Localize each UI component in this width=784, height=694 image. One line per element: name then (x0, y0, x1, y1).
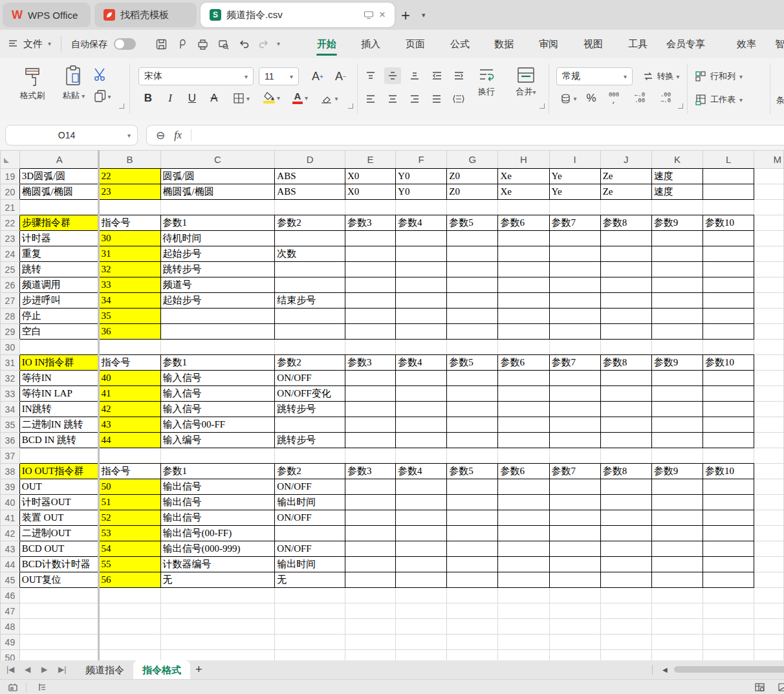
cell-M24[interactable] (754, 246, 784, 262)
cell-L22[interactable]: 参数10 (703, 215, 754, 231)
cell-I26[interactable] (549, 277, 600, 293)
cell-F26[interactable] (396, 277, 447, 293)
align-middle-icon[interactable] (384, 67, 401, 84)
cell-F34[interactable] (396, 402, 447, 417)
cell-E45[interactable] (345, 572, 395, 588)
cell-H48[interactable] (498, 619, 549, 634)
cell-G41[interactable] (447, 510, 498, 526)
cell-G21[interactable] (447, 200, 498, 215)
cell-E47[interactable] (345, 603, 395, 619)
menu-view[interactable]: 视图 (583, 30, 603, 58)
cell-L30[interactable] (703, 340, 754, 355)
cell-D47[interactable] (275, 603, 345, 619)
cell-K44[interactable] (651, 557, 702, 572)
sheet-table[interactable]: ABCDEFGHIJKLM 193D圆弧/圆22圆弧/圆ABSX0Y0Z0XeY… (0, 150, 784, 660)
cell-L41[interactable] (703, 510, 754, 526)
cell-J30[interactable] (600, 340, 651, 355)
cell-J43[interactable] (600, 541, 651, 557)
cell-G20[interactable]: Z0 (447, 184, 498, 200)
cell-J44[interactable] (600, 557, 651, 572)
cell-L27[interactable] (703, 293, 754, 309)
row-header-35[interactable]: 35 (1, 417, 20, 433)
menu-home[interactable]: 开始 (317, 30, 336, 58)
row-header-33[interactable]: 33 (1, 386, 20, 402)
cell-M27[interactable] (754, 293, 784, 309)
cell-C41[interactable]: 输出信号 (160, 510, 275, 526)
cell-F40[interactable] (396, 495, 447, 510)
cell-B23[interactable]: 30 (99, 231, 160, 246)
cell-J22[interactable]: 参数8 (600, 215, 651, 231)
cell-C30[interactable] (160, 340, 275, 355)
undo-icon[interactable] (238, 38, 251, 51)
add-sheet-icon[interactable]: + (195, 660, 202, 679)
cell-F20[interactable]: Y0 (396, 184, 447, 200)
cell-H44[interactable] (498, 557, 549, 572)
normal-view-icon[interactable] (754, 682, 765, 692)
cell-A47[interactable] (19, 603, 99, 619)
row-header-26[interactable]: 26 (1, 277, 20, 293)
cell-B26[interactable]: 33 (99, 277, 160, 293)
quick-access-chevron-icon[interactable]: ▾ (277, 30, 280, 58)
row-header-27[interactable]: 27 (1, 293, 20, 309)
cell-L23[interactable] (703, 231, 754, 246)
row-header-37[interactable]: 37 (1, 448, 20, 464)
cell-D39[interactable]: ON/OFF (275, 479, 345, 495)
cell-B29[interactable]: 36 (99, 324, 160, 340)
cell-B43[interactable]: 54 (99, 541, 160, 557)
increase-indent-icon[interactable] (450, 67, 467, 84)
cell-C26[interactable]: 频道号 (160, 277, 275, 293)
cell-C24[interactable]: 起始步号 (160, 246, 275, 262)
cell-L29[interactable] (703, 324, 754, 340)
cell-J47[interactable] (600, 603, 651, 619)
cell-D48[interactable] (275, 619, 345, 634)
column-header-E[interactable]: E (345, 151, 395, 169)
cell-D24[interactable]: 次数 (275, 246, 345, 262)
cell-H25[interactable] (498, 262, 549, 277)
cell-E22[interactable]: 参数3 (345, 215, 395, 231)
tab-list-chevron-icon[interactable]: ▾ (422, 11, 426, 19)
cell-E37[interactable] (345, 448, 395, 464)
cell-F31[interactable]: 参数4 (396, 355, 447, 371)
cut-scissors-icon[interactable] (91, 66, 110, 83)
cell-G33[interactable] (447, 386, 498, 402)
tab-document-active[interactable]: S 频道指令.csv × (201, 3, 395, 27)
menu-page[interactable]: 页面 (406, 30, 425, 58)
cell-L48[interactable] (703, 619, 754, 634)
cell-E26[interactable] (345, 277, 395, 293)
cell-C32[interactable]: 输入信号 (160, 371, 275, 386)
cell-M34[interactable] (754, 402, 784, 417)
cell-J48[interactable] (600, 619, 651, 634)
hscroll-left-icon[interactable]: ◀ (662, 660, 668, 679)
cell-I34[interactable] (549, 402, 600, 417)
cell-A46[interactable] (19, 588, 99, 603)
conditional-format-partial-label[interactable]: 条 (776, 94, 784, 106)
cell-E43[interactable] (345, 541, 395, 557)
cell-C46[interactable] (160, 588, 275, 603)
row-header-24[interactable]: 24 (1, 246, 20, 262)
row-header-46[interactable]: 46 (1, 588, 20, 603)
cell-I31[interactable]: 参数7 (549, 355, 600, 371)
cell-E21[interactable] (345, 200, 395, 215)
cell-A30[interactable] (19, 340, 99, 355)
cell-I22[interactable]: 参数7 (549, 215, 600, 231)
cell-L37[interactable] (703, 448, 754, 464)
paste-button[interactable]: 粘贴 ▾ (58, 65, 89, 102)
cell-K49[interactable] (651, 634, 702, 650)
cell-H35[interactable] (498, 417, 549, 433)
strikethrough-icon[interactable]: A (206, 89, 223, 107)
cell-G22[interactable]: 参数5 (447, 215, 498, 231)
cell-G50[interactable] (447, 650, 498, 661)
spreadsheet-grid[interactable]: ABCDEFGHIJKLM 193D圆弧/圆22圆弧/圆ABSX0Y0Z0XeY… (0, 150, 784, 660)
cell-L47[interactable] (703, 603, 754, 619)
increase-font-icon[interactable]: A+ (308, 67, 327, 85)
select-all-corner[interactable] (4, 158, 9, 163)
cell-H28[interactable] (498, 309, 549, 324)
cell-B35[interactable]: 43 (99, 417, 160, 433)
cell-H29[interactable] (498, 324, 549, 340)
cell-D34[interactable]: 跳转步号 (275, 402, 345, 417)
cell-M48[interactable] (754, 619, 784, 634)
cell-K26[interactable] (651, 277, 702, 293)
cell-L19[interactable] (703, 169, 754, 184)
cell-F37[interactable] (396, 448, 447, 464)
cell-E27[interactable] (345, 293, 395, 309)
